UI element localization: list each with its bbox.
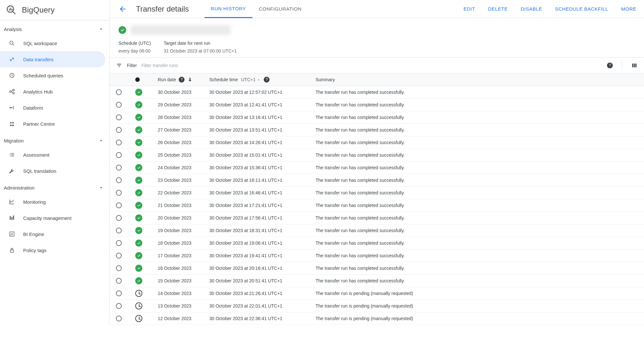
hub-icon bbox=[8, 88, 15, 95]
divider bbox=[622, 61, 622, 70]
top-actions: EDIT DELETE DISABLE SCHEDULE BACKFILL MO… bbox=[463, 6, 636, 12]
status-success-icon bbox=[135, 139, 142, 146]
nav-capacity-management[interactable]: Capacity management bbox=[0, 210, 105, 226]
delete-button[interactable]: DELETE bbox=[488, 6, 508, 12]
tab-run-history[interactable]: RUN HISTORY bbox=[204, 0, 252, 18]
row-radio[interactable] bbox=[116, 278, 122, 284]
main: Transfer details RUN HISTORY CONFIGURATI… bbox=[109, 0, 644, 325]
nav-sql-workspace[interactable]: SQL workspace bbox=[0, 35, 105, 51]
table-row[interactable]: 30 October 202330 October 2023 at 12:57:… bbox=[109, 86, 644, 99]
table-row[interactable]: 16 October 202330 October 2023 at 20:16:… bbox=[109, 262, 644, 275]
nav-label: Scheduled queries bbox=[23, 73, 63, 78]
table-row[interactable]: 20 October 202330 October 2023 at 17:56:… bbox=[109, 212, 644, 224]
row-radio[interactable] bbox=[116, 265, 122, 271]
nav-scheduled-queries[interactable]: Scheduled queries bbox=[0, 67, 105, 83]
table-row[interactable]: 29 October 202330 October 2023 at 12:41:… bbox=[109, 99, 644, 111]
nav-assessment[interactable]: Assessment bbox=[0, 147, 105, 163]
row-radio[interactable] bbox=[116, 240, 122, 246]
table-row[interactable]: 18 October 202330 October 2023 at 19:06:… bbox=[109, 237, 644, 250]
table-row[interactable]: 23 October 202330 October 2023 at 16:11:… bbox=[109, 174, 644, 187]
edit-button[interactable]: EDIT bbox=[463, 6, 475, 12]
table-header: Run date ? Schedule time UTC+1 ? Summary bbox=[109, 73, 644, 86]
status-column-icon bbox=[135, 77, 140, 82]
section-administration[interactable]: Administration bbox=[0, 179, 109, 194]
table-row[interactable]: 12 October 202330 October 2023 at 22:36:… bbox=[109, 312, 644, 325]
tab-configuration[interactable]: CONFIGURATION bbox=[252, 0, 308, 18]
columns-icon[interactable] bbox=[631, 62, 638, 69]
dataform-icon bbox=[8, 104, 15, 111]
summary-value: The transfer run has completed successfu… bbox=[316, 190, 405, 195]
table-row[interactable]: 17 October 202330 October 2023 at 19:41:… bbox=[109, 250, 644, 262]
row-radio[interactable] bbox=[116, 228, 122, 233]
table-row[interactable]: 24 October 202330 October 2023 at 15:36:… bbox=[109, 162, 644, 174]
row-radio[interactable] bbox=[116, 303, 122, 309]
row-radio[interactable] bbox=[116, 290, 122, 296]
row-radio[interactable] bbox=[116, 127, 122, 133]
sidebar: BigQuery Analysis SQL workspace Data tra… bbox=[0, 0, 109, 325]
table-row[interactable]: 28 October 202330 October 2023 at 13:16:… bbox=[109, 111, 644, 124]
table-row[interactable]: 15 October 202330 October 2023 at 20:51:… bbox=[109, 275, 644, 287]
nav-monitoring[interactable]: Monitoring bbox=[0, 194, 105, 210]
summary-value: The transfer run has completed successfu… bbox=[316, 278, 405, 283]
transfer-name-redacted bbox=[131, 25, 231, 35]
status-success-icon bbox=[135, 214, 142, 221]
section-analysis[interactable]: Analysis bbox=[0, 20, 109, 35]
help-icon[interactable]: ? bbox=[607, 63, 613, 68]
nav-analytics-hub[interactable]: Analytics Hub bbox=[0, 83, 105, 100]
row-radio[interactable] bbox=[116, 140, 122, 145]
col-run-date[interactable]: Run date bbox=[158, 77, 176, 82]
svg-rect-17 bbox=[11, 154, 14, 155]
disable-button[interactable]: DISABLE bbox=[521, 6, 542, 12]
table-row[interactable]: 14 October 202330 October 2023 at 21:26:… bbox=[109, 287, 644, 300]
svg-rect-3 bbox=[10, 8, 11, 10]
more-button[interactable]: MORE bbox=[621, 6, 636, 12]
nav-data-transfers[interactable]: Data transfers bbox=[0, 51, 105, 67]
chevron-up-icon bbox=[98, 138, 104, 143]
svg-point-8 bbox=[10, 91, 11, 93]
row-radio[interactable] bbox=[116, 102, 122, 108]
table-row[interactable]: 13 October 202330 October 2023 at 22:01:… bbox=[109, 300, 644, 312]
row-radio[interactable] bbox=[116, 177, 122, 183]
svg-rect-14 bbox=[10, 153, 10, 154]
search-icon bbox=[8, 40, 15, 47]
table-row[interactable]: 26 October 202330 October 2023 at 14:26:… bbox=[109, 136, 644, 149]
nav-policy-tags[interactable]: Policy tags bbox=[0, 242, 105, 258]
run-date-value: 14 October 2023 bbox=[158, 291, 191, 296]
back-button[interactable] bbox=[117, 4, 128, 15]
run-date-value: 17 October 2023 bbox=[158, 253, 191, 258]
table-row[interactable]: 19 October 202330 October 2023 at 18:31:… bbox=[109, 224, 644, 237]
nav-label: Assessment bbox=[23, 152, 50, 158]
row-radio[interactable] bbox=[116, 215, 122, 221]
nav-partner-centre[interactable]: Partner Centre bbox=[0, 116, 105, 132]
table-row[interactable]: 21 October 202330 October 2023 at 17:21:… bbox=[109, 199, 644, 212]
svg-rect-4 bbox=[12, 9, 13, 10]
help-icon[interactable]: ? bbox=[179, 77, 185, 83]
table-row[interactable]: 27 October 202330 October 2023 at 13:51:… bbox=[109, 124, 644, 136]
row-radio[interactable] bbox=[116, 190, 122, 196]
timezone-selector[interactable]: UTC+1 bbox=[241, 77, 261, 82]
schedule-backfill-button[interactable]: SCHEDULE BACKFILL bbox=[555, 6, 608, 12]
row-radio[interactable] bbox=[116, 316, 122, 321]
summary-value: The transfer run has completed successfu… bbox=[316, 240, 405, 246]
schedule-time-value: 30 October 2023 at 17:21:41 UTC+1 bbox=[209, 203, 282, 208]
row-radio[interactable] bbox=[116, 202, 122, 208]
filter-input[interactable]: Filter transfer runs bbox=[141, 63, 602, 68]
nav-sql-translation[interactable]: SQL translation bbox=[0, 163, 105, 179]
filter-icon[interactable] bbox=[116, 62, 122, 69]
row-radio[interactable] bbox=[116, 89, 122, 95]
col-schedule-time[interactable]: Schedule time bbox=[209, 77, 238, 82]
nav-dataform[interactable]: Dataform bbox=[0, 100, 105, 116]
help-icon[interactable]: ? bbox=[264, 77, 270, 83]
row-radio[interactable] bbox=[116, 165, 122, 171]
run-date-value: 18 October 2023 bbox=[158, 240, 191, 246]
slots-icon bbox=[8, 214, 15, 221]
sort-desc-icon[interactable] bbox=[187, 77, 193, 83]
brand: BigQuery bbox=[0, 0, 109, 20]
nav-bi-engine[interactable]: BI Engine bbox=[0, 226, 105, 242]
table-row[interactable]: 25 October 202330 October 2023 at 15:01:… bbox=[109, 149, 644, 162]
table-row[interactable]: 22 October 202330 October 2023 at 16:46:… bbox=[109, 187, 644, 199]
row-radio[interactable] bbox=[116, 114, 122, 120]
row-radio[interactable] bbox=[116, 152, 122, 158]
section-migration[interactable]: Migration bbox=[0, 132, 109, 147]
row-radio[interactable] bbox=[116, 253, 122, 259]
